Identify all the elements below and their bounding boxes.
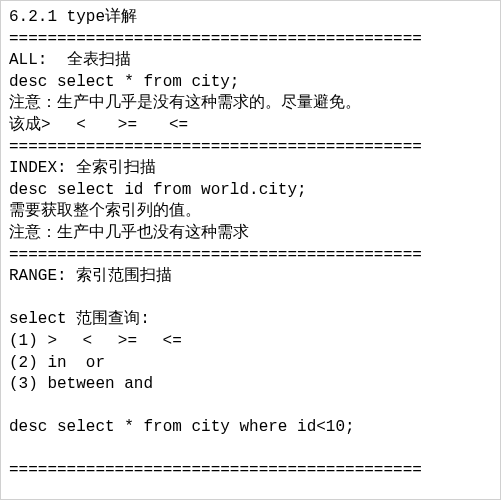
document-page: 6.2.1 type详解 ===========================… bbox=[0, 0, 501, 500]
separator: ========================================… bbox=[9, 30, 422, 48]
index-header: INDEX: 全索引扫描 bbox=[9, 159, 156, 177]
range-line-3: (3) between and bbox=[9, 375, 153, 393]
all-command: desc select * from city; bbox=[9, 73, 239, 91]
range-command: desc select * from city where id<10; bbox=[9, 418, 355, 436]
index-command: desc select id from world.city; bbox=[9, 181, 307, 199]
range-line-2: (2) in or bbox=[9, 354, 105, 372]
all-note-1: 注意：生产中几乎是没有这种需求的。尽量避免。 bbox=[9, 94, 361, 112]
all-note-2: 该成> < >= <= bbox=[9, 116, 188, 134]
range-header: RANGE: 索引范围扫描 bbox=[9, 267, 172, 285]
range-subtitle: select 范围查询: bbox=[9, 310, 150, 328]
range-line-1: (1) > < >= <= bbox=[9, 332, 182, 350]
all-header: ALL: 全表扫描 bbox=[9, 51, 131, 69]
index-note-2: 注意：生产中几乎也没有这种需求 bbox=[9, 224, 249, 242]
separator: ========================================… bbox=[9, 138, 422, 156]
index-note-1: 需要获取整个索引列的值。 bbox=[9, 202, 201, 220]
separator: ========================================… bbox=[9, 461, 422, 479]
separator: ========================================… bbox=[9, 246, 422, 264]
section-title: 6.2.1 type详解 bbox=[9, 8, 137, 26]
